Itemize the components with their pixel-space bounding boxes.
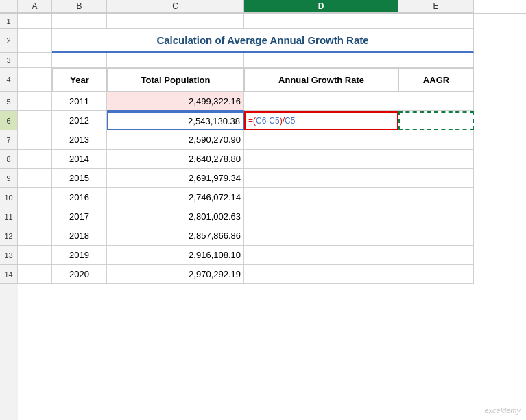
row-num-13: 13 — [0, 246, 18, 265]
cell-aagr-13[interactable] — [398, 246, 474, 265]
row-2: Calculation of Average Annual Growth Rat… — [18, 29, 526, 53]
cell-population-11[interactable]: 2,801,002.63 — [107, 207, 244, 226]
row-4: Year Total Population Annual Growth Rate… — [18, 68, 526, 92]
cell-year-14[interactable]: 2020 — [52, 265, 107, 284]
cell-d3[interactable] — [244, 53, 398, 68]
cell-growth-7[interactable] — [244, 130, 398, 150]
row-num-9: 9 — [0, 169, 18, 188]
row-num-7: 7 — [0, 130, 18, 150]
cell-growth-6[interactable]: =(C6-C5)/C5 — [244, 111, 398, 130]
cell-aagr-14[interactable] — [398, 265, 474, 284]
row-11: 2017 2,801,002.63 — [18, 207, 526, 226]
cell-population-10[interactable]: 2,746,072.14 — [107, 188, 244, 207]
cell-year-7[interactable]: 2013 — [52, 130, 107, 150]
row-13: 2019 2,916,108.10 — [18, 246, 526, 265]
row-12: 2018 2,857,866.86 — [18, 226, 526, 246]
corner-cell — [0, 0, 18, 13]
cell-year-10[interactable]: 2016 — [52, 188, 107, 207]
cell-year-8[interactable]: 2014 — [52, 150, 107, 169]
cell-aagr-10[interactable] — [398, 188, 474, 207]
row-14: 2020 2,970,292.19 — [18, 265, 526, 284]
cell-aagr-12[interactable] — [398, 226, 474, 246]
row-7: 2013 2,590,270.90 — [18, 130, 526, 150]
col-header-a[interactable]: A — [18, 0, 52, 13]
row-numbers: 1 2 3 4 5 6 7 8 9 10 11 12 13 14 — [0, 14, 18, 420]
cell-population-14[interactable]: 2,970,292.19 — [107, 265, 244, 284]
cell-year-11[interactable]: 2017 — [52, 207, 107, 226]
cell-year-9[interactable]: 2015 — [52, 169, 107, 188]
row-8: 2014 2,640,278.80 — [18, 150, 526, 169]
cell-aagr-header[interactable]: AAGR — [398, 68, 474, 92]
cell-growth-9[interactable] — [244, 169, 398, 188]
cell-d1[interactable] — [244, 14, 398, 29]
cell-year-header[interactable]: Year — [52, 68, 107, 92]
cell-aagr-8[interactable] — [398, 150, 474, 169]
cell-growth-5[interactable] — [244, 92, 398, 111]
cell-a1[interactable] — [18, 14, 52, 29]
cell-population-6[interactable]: 2,543,130.38 — [107, 111, 244, 130]
cell-population-7[interactable]: 2,590,270.90 — [107, 130, 244, 150]
col-header-d[interactable]: D — [244, 0, 398, 13]
col-header-e[interactable]: E — [398, 0, 474, 13]
cell-year-13[interactable]: 2019 — [52, 246, 107, 265]
cell-population-13[interactable]: 2,916,108.10 — [107, 246, 244, 265]
cell-a2[interactable] — [18, 29, 52, 53]
cell-b3[interactable] — [52, 53, 107, 68]
column-header-row: A B C D E — [0, 0, 526, 14]
cell-aagr-6[interactable] — [398, 111, 474, 130]
cell-a4[interactable] — [18, 68, 52, 92]
cell-growth-8[interactable] — [244, 150, 398, 169]
cell-a7[interactable] — [18, 130, 52, 150]
row-6: 2012 2,543,130.38 =(C6-C5)/C5 — [18, 111, 526, 130]
cell-a12[interactable] — [18, 226, 52, 246]
cell-a5[interactable] — [18, 92, 52, 111]
row-num-5: 5 — [0, 92, 18, 111]
row-3 — [18, 53, 526, 68]
cell-a3[interactable] — [18, 53, 52, 68]
row-9: 2015 2,691,979.34 — [18, 169, 526, 188]
cell-population-9[interactable]: 2,691,979.34 — [107, 169, 244, 188]
cell-e3[interactable] — [398, 53, 474, 68]
cell-aagr-5[interactable] — [398, 92, 474, 111]
cell-aagr-9[interactable] — [398, 169, 474, 188]
cell-year-12[interactable]: 2018 — [52, 226, 107, 246]
cell-e1[interactable] — [398, 14, 474, 29]
cell-growth-13[interactable] — [244, 246, 398, 265]
row-5: 2011 2,499,322.16 — [18, 92, 526, 111]
cell-a11[interactable] — [18, 207, 52, 226]
cell-population-8[interactable]: 2,640,278.80 — [107, 150, 244, 169]
cell-population-12[interactable]: 2,857,866.86 — [107, 226, 244, 246]
watermark: exceldemy — [484, 406, 521, 415]
cell-a10[interactable] — [18, 188, 52, 207]
cell-c1[interactable] — [107, 14, 244, 29]
cell-a8[interactable] — [18, 150, 52, 169]
row-num-3: 3 — [0, 53, 18, 68]
cell-population-header[interactable]: Total Population — [107, 68, 244, 92]
spreadsheet: A B C D E 1 2 3 4 5 6 7 8 9 10 11 12 — [0, 0, 526, 420]
cell-year-5[interactable]: 2011 — [52, 92, 107, 111]
cell-growth-14[interactable] — [244, 265, 398, 284]
cell-a6[interactable] — [18, 111, 52, 130]
cell-a9[interactable] — [18, 169, 52, 188]
cell-growth-12[interactable] — [244, 226, 398, 246]
cell-population-5[interactable]: 2,499,322.16 — [107, 92, 244, 111]
cell-growth-header[interactable]: Annual Growth Rate — [244, 68, 398, 92]
row-1 — [18, 14, 526, 29]
cell-year-6[interactable]: 2012 — [52, 111, 107, 130]
row-num-8: 8 — [0, 150, 18, 169]
row-10: 2016 2,746,072.14 — [18, 188, 526, 207]
cell-aagr-7[interactable] — [398, 130, 474, 150]
cell-a14[interactable] — [18, 265, 52, 284]
col-header-c[interactable]: C — [107, 0, 244, 13]
col-header-b[interactable]: B — [52, 0, 107, 13]
cell-c3[interactable] — [107, 53, 244, 68]
cell-b1[interactable] — [52, 14, 107, 29]
cell-aagr-11[interactable] — [398, 207, 474, 226]
row-num-14: 14 — [0, 265, 18, 284]
row-num-12: 12 — [0, 226, 18, 246]
cell-growth-10[interactable] — [244, 188, 398, 207]
cell-a13[interactable] — [18, 246, 52, 265]
row-num-1: 1 — [0, 14, 18, 29]
cell-growth-11[interactable] — [244, 207, 398, 226]
title-cell: Calculation of Average Annual Growth Rat… — [52, 29, 474, 53]
